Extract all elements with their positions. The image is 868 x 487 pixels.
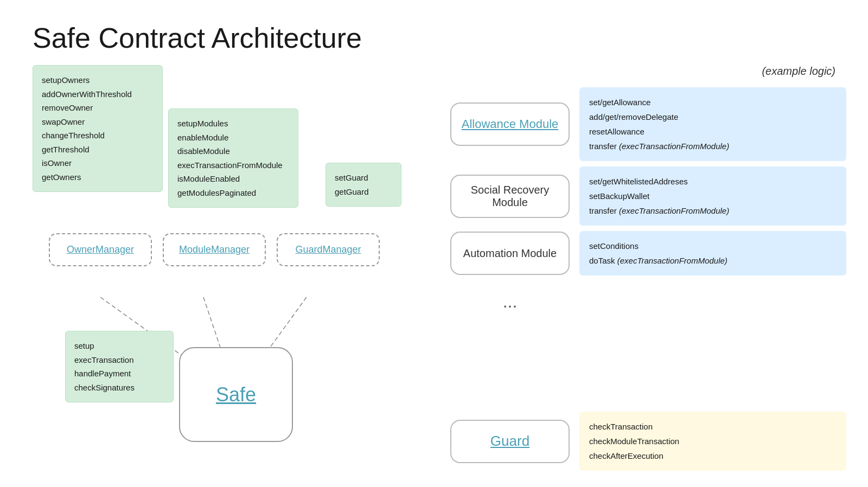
safe-box-container: Safe	[179, 347, 293, 442]
social-recovery-module-box: Social Recovery Module	[450, 175, 570, 218]
allowance-module-row: Allowance Module set/getAllowance add/ge…	[450, 87, 846, 161]
green-box-owners: setupOwners addOwnerWithThreshold remove…	[33, 65, 163, 192]
green-box-modules: setupModules enableModule disableModule …	[168, 108, 298, 208]
module-manager-box[interactable]: ModuleManager	[163, 233, 266, 266]
page-title: Safe Contract Architecture	[33, 22, 362, 54]
manager-row: OwnerManager ModuleManager GuardManager	[49, 233, 380, 266]
guard-section: Guard checkTransaction checkModuleTransa…	[450, 412, 846, 471]
allowance-logic-box: set/getAllowance add/get/removeDelegate …	[579, 87, 846, 161]
owners-methods: setupOwners addOwnerWithThreshold remove…	[42, 73, 154, 184]
owner-manager-box[interactable]: OwnerManager	[49, 233, 152, 266]
guard-logic-box: checkTransaction checkModuleTransaction …	[579, 412, 846, 471]
right-area: (example logic) Allowance Module set/get…	[450, 65, 846, 323]
guard-box[interactable]: Guard	[450, 420, 570, 463]
safe-box[interactable]: Safe	[179, 347, 293, 442]
green-box-safe: setup execTransaction handlePayment chec…	[65, 331, 174, 402]
diagram-area: setupOwners addOwnerWithThreshold remove…	[33, 65, 445, 466]
automation-module-box: Automation Module	[450, 232, 570, 275]
social-recovery-logic-box: set/getWhitelistedAddreses setBackupWall…	[579, 166, 846, 226]
dots-indicator: ...	[450, 281, 570, 323]
example-logic-label: (example logic)	[450, 65, 846, 78]
automation-module-row: Automation Module setConditions doTask (…	[450, 231, 846, 275]
social-recovery-module-row: Social Recovery Module set/getWhiteliste…	[450, 166, 846, 226]
guard-manager-box[interactable]: GuardManager	[277, 233, 380, 266]
allowance-module-box[interactable]: Allowance Module	[450, 102, 570, 146]
automation-logic-box: setConditions doTask (execTransactionFro…	[579, 231, 846, 275]
green-box-guard: setGuard getGuard	[326, 163, 401, 207]
